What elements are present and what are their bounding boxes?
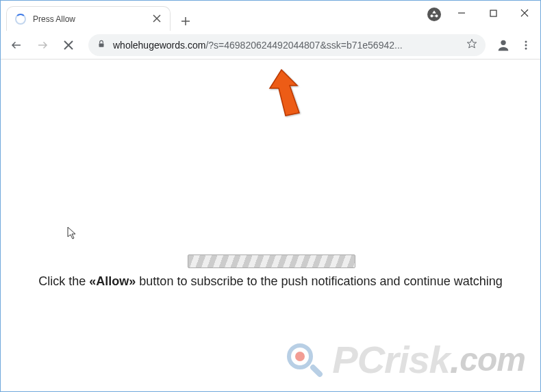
loading-bar (188, 254, 355, 268)
browser-tab[interactable]: Press Allow (6, 6, 171, 31)
svg-point-5 (525, 47, 527, 49)
browser-window: Press Allow (0, 0, 541, 392)
titlebar: Press Allow (1, 1, 540, 31)
close-window-button[interactable] (509, 1, 540, 25)
svg-point-2 (501, 40, 505, 44)
arrow-annotation-icon (260, 66, 307, 124)
new-tab-button[interactable] (176, 12, 195, 31)
address-bar[interactable]: wholehugewords.com/?s=469820624492044807… (88, 34, 486, 56)
svg-point-4 (525, 44, 527, 46)
back-button[interactable] (5, 34, 28, 57)
page-message: Click the «Allow» button to subscribe to… (1, 274, 540, 289)
watermark-icon (283, 339, 324, 380)
window-controls (446, 1, 540, 25)
loading-spinner-icon (15, 14, 26, 25)
url-path: /?s=469820624492044807&ssk=b71e56942... (205, 40, 402, 51)
stop-button[interactable] (57, 34, 80, 57)
forward-button[interactable] (31, 34, 54, 57)
message-prefix: Click the (38, 274, 89, 288)
bookmark-icon[interactable] (466, 38, 477, 52)
profile-button[interactable] (494, 36, 513, 55)
cursor-icon (67, 226, 78, 243)
message-suffix: button to subscribe to the push notifica… (136, 274, 502, 288)
watermark-text2: risk (384, 337, 450, 382)
watermark-dot: . (450, 337, 460, 382)
watermark: PCrisk.com (283, 337, 525, 382)
toolbar: wholehugewords.com/?s=469820624492044807… (1, 31, 540, 60)
url-host: wholehugewords.com (113, 40, 205, 51)
message-strong: «Allow» (89, 274, 136, 288)
lock-icon (97, 39, 106, 51)
svg-rect-1 (99, 43, 104, 47)
tab-title: Press Allow (33, 14, 152, 24)
svg-rect-0 (490, 10, 496, 16)
watermark-com: com (460, 341, 525, 378)
incognito-icon (427, 8, 441, 21)
url-text: wholehugewords.com/?s=469820624492044807… (113, 40, 461, 51)
watermark-text1: PC (332, 337, 384, 382)
tabs-area: Press Allow (1, 1, 195, 31)
maximize-button[interactable] (477, 1, 509, 25)
minimize-button[interactable] (446, 1, 477, 25)
close-tab-button[interactable] (152, 14, 162, 24)
svg-point-3 (525, 40, 527, 42)
menu-button[interactable] (516, 35, 536, 55)
